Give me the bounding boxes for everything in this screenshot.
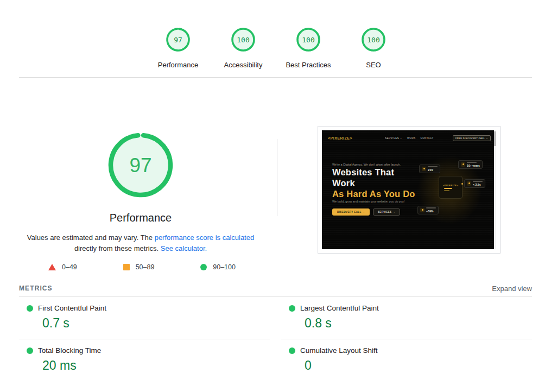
gauge-label: Accessibility: [224, 61, 263, 69]
performance-score-gauge: 97: [108, 132, 173, 198]
score-legend: 0–49 50–89 90–100: [48, 263, 236, 271]
badge-label-decoration: [428, 166, 438, 167]
description-text: directly from these metrics.: [74, 244, 161, 252]
svg-text:100: 100: [237, 36, 249, 44]
metric-name: Cumulative Layout Shift: [300, 346, 378, 355]
site-buttons: DISCOVERY CALL → SERVICES →: [332, 208, 400, 216]
card-dot-decoration: [461, 183, 463, 185]
site-subtext: We build, grow and maintain your website…: [332, 200, 404, 203]
performance-description: Values are estimated and may vary. The p…: [21, 232, 260, 254]
floating-logo-card: <PIXERIZE>: [439, 176, 463, 199]
description-text: Values are estimated and may vary. The: [27, 233, 155, 242]
vertical-divider: [277, 139, 277, 216]
badge-label-decoration: [473, 181, 483, 182]
fail-triangle-icon: [48, 264, 56, 270]
legend-range: 0–49: [62, 263, 77, 271]
best-practices-gauge-icon: 100: [295, 27, 321, 53]
site-nav: SERVICES ⌄ WORK CONTACT: [385, 137, 434, 140]
metrics-section-title: METRICS: [19, 284, 53, 292]
average-square-icon: [123, 264, 130, 270]
metrics-grid: First Contentful Paint 0.7 s Largest Con…: [19, 297, 532, 381]
card-bar-decoration: [444, 188, 452, 189]
badge-label-decoration: [426, 207, 436, 208]
metric-name: Largest Contentful Paint: [300, 304, 379, 312]
metric-value: 0.8 s: [305, 316, 532, 331]
performance-gauge-icon: 97: [165, 27, 191, 53]
metric-total-blocking-time: Total Blocking Time 20 ms: [19, 339, 270, 381]
accessibility-gauge-icon: 100: [230, 27, 256, 53]
svg-text:100: 100: [367, 36, 379, 44]
header-divider: [19, 77, 532, 78]
score-calculated-link[interactable]: performance score is calculated: [155, 233, 255, 242]
badge-icon: [461, 162, 465, 167]
site-header: <PIXERIZE> SERVICES ⌄ WORK CONTACT FREE …: [328, 134, 491, 142]
badge-icon: [422, 167, 426, 171]
badge-availability: 24/7: [419, 165, 440, 173]
gauge-performance[interactable]: 97 Performance: [145, 27, 211, 69]
metric-cumulative-layout-shift: Cumulative Layout Shift 0: [281, 339, 532, 381]
card-logo: <PIXERIZE>: [443, 184, 459, 187]
nav-contact: CONTACT: [421, 137, 434, 140]
headline-line2: Work: [332, 178, 415, 188]
svg-text:97: 97: [174, 36, 182, 44]
category-gauges-row: 97 Performance 100 Accessibility 100 Bes…: [145, 27, 406, 69]
gauge-label: Best Practices: [286, 61, 331, 69]
metric-name: First Contentful Paint: [38, 304, 106, 312]
site-eyebrow-text: We're a Digital Agency. We don't ghost a…: [332, 163, 401, 166]
performance-section-title: Performance: [54, 212, 227, 224]
pass-dot-icon: [27, 347, 33, 354]
metric-value: 20 ms: [42, 358, 270, 373]
svg-text:100: 100: [302, 36, 314, 44]
metric-name: Total Blocking Time: [38, 346, 101, 355]
thumbnail-scrollbar: [494, 130, 496, 249]
services-button: SERVICES →: [373, 208, 400, 216]
final-screenshot-thumbnail: <PIXERIZE> SERVICES ⌄ WORK CONTACT FREE …: [318, 126, 501, 254]
legend-range: 90–100: [213, 263, 236, 271]
website-screenshot: <PIXERIZE> SERVICES ⌄ WORK CONTACT FREE …: [322, 130, 496, 249]
nav-work: WORK: [407, 137, 416, 140]
headline-accent: As Hard As You Do: [332, 188, 415, 199]
badge-load-time: < 2.5s: [464, 179, 485, 188]
pass-dot-icon: [289, 305, 295, 312]
headline-line1: Websites That: [332, 167, 415, 178]
legend-item-pass: 90–100: [200, 263, 236, 271]
metric-value: 0.7 s: [42, 316, 270, 331]
site-cta-button: FREE DISCOVERY CALL →: [453, 135, 491, 141]
gauge-label: Performance: [158, 61, 198, 69]
lighthouse-report: 97 Performance 100 Accessibility 100 Bes…: [0, 0, 551, 392]
see-calculator-link[interactable]: See calculator.: [161, 244, 207, 252]
pass-circle-icon: [200, 264, 207, 270]
badge-label-decoration: [467, 162, 477, 163]
discovery-call-button: DISCOVERY CALL →: [332, 208, 370, 216]
gauge-accessibility[interactable]: 100 Accessibility: [211, 27, 276, 69]
legend-range: 50–89: [136, 263, 155, 271]
badge-icon: [467, 181, 471, 186]
gauge-best-practices[interactable]: 100 Best Practices: [276, 27, 341, 69]
gauge-seo[interactable]: 100 SEO: [341, 27, 406, 69]
metric-first-contentful-paint: First Contentful Paint 0.7 s: [19, 297, 270, 339]
badge-experience: 10+ years: [458, 160, 483, 169]
site-headline: Websites That Work As Hard As You Do: [332, 167, 415, 199]
seo-gauge-icon: 100: [360, 27, 387, 53]
nav-services: SERVICES ⌄: [385, 137, 402, 140]
legend-item-average: 50–89: [123, 263, 155, 271]
expand-view-toggle[interactable]: Expand view: [492, 284, 532, 293]
svg-text:97: 97: [129, 154, 151, 176]
metric-largest-contentful-paint: Largest Contentful Paint 0.8 s: [281, 297, 532, 339]
badge-growth: +39%: [417, 206, 439, 214]
card-bar-decoration: [444, 190, 449, 191]
metric-value: 0: [305, 358, 532, 373]
site-logo: <PIXERIZE>: [328, 136, 352, 140]
legend-item-fail: 0–49: [48, 263, 77, 271]
thumbnail-scrollbar-thumb: [494, 131, 496, 146]
pass-dot-icon: [27, 305, 33, 312]
metrics-header: METRICS Expand view: [19, 283, 532, 297]
gauge-label: SEO: [366, 61, 381, 69]
chevron-down-icon: ⌄: [400, 137, 402, 140]
pass-dot-icon: [289, 347, 295, 354]
badge-icon: [420, 208, 425, 212]
